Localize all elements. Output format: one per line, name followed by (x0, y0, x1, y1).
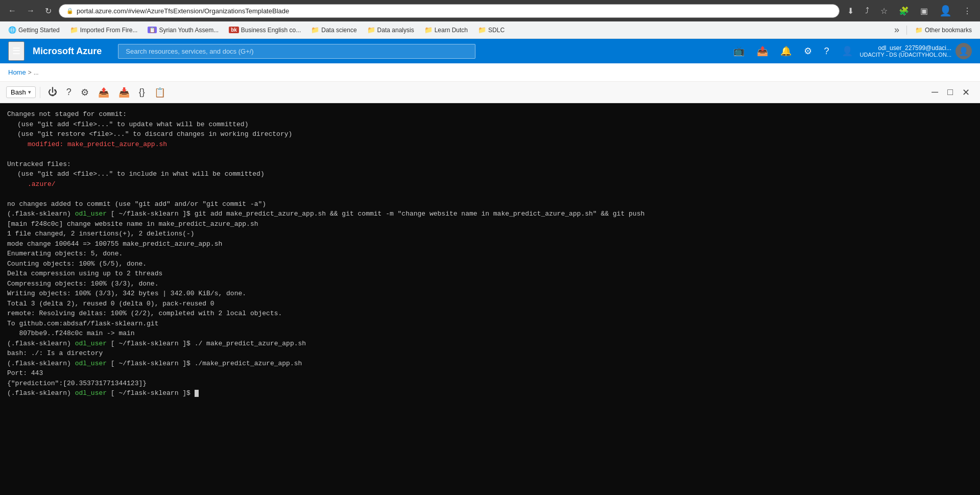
bookmark-getting-started-icon: 🌐 (8, 26, 16, 34)
breadcrumb-chevron: > (28, 69, 32, 76)
terminal-blank-2 (7, 189, 973, 199)
azure-header: ☰ Microsoft Azure 📺 📤 🔔 ⚙ ? 👤 odl_user_2… (0, 39, 980, 63)
bookmark-learn-dutch-icon: 📁 (424, 26, 433, 34)
terminal-cursor (195, 390, 199, 397)
terminal-line-27: (.flask-sklearn) odl_user [ ~/flask-skle… (7, 388, 973, 398)
window-button[interactable]: ▣ (917, 4, 931, 18)
terminal-line-5: Untracked files: (7, 159, 973, 170)
other-bookmarks-icon: 📁 (915, 27, 923, 34)
download-file-button[interactable]: 📥 (115, 85, 133, 100)
close-button[interactable]: ✕ (958, 85, 974, 100)
help-button[interactable]: ? (819, 43, 834, 60)
terminal-line-26: {"prediction":[20.353731771344123]} (7, 379, 973, 389)
azure-user-subscription: UDACITY - DS (UDACITYHOL.ON... (860, 52, 951, 58)
hamburger-menu-button[interactable]: ☰ (8, 41, 25, 61)
share-button[interactable]: ⤴ (862, 4, 873, 17)
terminal-toolbar: Bash ▾ ⏻ ? ⚙ 📤 📥 {} 📋 ─ □ ✕ (0, 82, 980, 103)
other-bookmarks-button[interactable]: 📁 Other bookmarks (911, 25, 976, 35)
bookmarks-more-button[interactable]: » (891, 23, 902, 36)
braces-button[interactable]: {} (135, 85, 149, 100)
settings-button[interactable]: ⚙ (799, 42, 817, 60)
shell-label: Bash (11, 88, 26, 96)
terminal-line-14: Counting objects: 100% (5/5), done. (7, 259, 973, 269)
breadcrumb-home-link[interactable]: Home (8, 68, 26, 76)
notifications-button[interactable]: 🔔 (775, 42, 797, 60)
terminal-line-1: Changes not staged for commit: (7, 109, 973, 120)
bookmark-sdlc[interactable]: 📁 SDLC (474, 25, 509, 35)
terminal-line-4: modified: make_predict_azure_app.sh (7, 139, 973, 150)
terminal-line-8: no changes added to commit (use "git add… (7, 199, 973, 209)
address-bar[interactable]: 🔒 portal.azure.com/#view/AzureTfsExtensi… (59, 4, 840, 18)
terminal-line-23: bash: ./: Is a directory (7, 348, 973, 359)
bookmark-imported-fire-label: Imported From Fire... (80, 27, 138, 34)
directory-button[interactable]: 👤 (836, 42, 858, 60)
terminal[interactable]: Changes not staged for commit: (use "git… (0, 103, 980, 495)
other-bookmarks-label: Other bookmarks (925, 27, 972, 34)
azure-search-input[interactable] (118, 44, 475, 59)
avatar[interactable]: 👤 (955, 43, 972, 59)
bookmark-syrian-youth-label: Syrian Youth Assem... (159, 27, 219, 34)
azure-search-container (118, 44, 475, 59)
bookmark-syrian-youth-icon: 📋 (148, 27, 157, 33)
extensions-button[interactable]: 🧩 (895, 4, 913, 18)
terminal-line-24: (.flask-sklearn) odl_user [ ~/flask-skle… (7, 359, 973, 369)
terminal-line-3: (use "git restore <file>..." to discard … (7, 129, 973, 139)
minimize-button[interactable]: ─ (927, 85, 942, 100)
shell-dropdown-arrow: ▾ (28, 89, 31, 96)
forward-button[interactable]: → (23, 4, 38, 17)
bookmark-data-science[interactable]: 📁 Data science (307, 25, 361, 35)
terminal-line-19: remote: Resolving deltas: 100% (2/2), co… (7, 309, 973, 319)
bookmark-business-english-label: Business English co... (241, 27, 301, 34)
bookmark-business-english[interactable]: bk Business English co... (225, 25, 305, 35)
feedback-button[interactable]: 📤 (752, 42, 773, 60)
bookmark-syrian-youth[interactable]: 📋 Syrian Youth Assem... (144, 25, 223, 35)
azure-user-name: odl_user_227599@udaci... UDACITY - DS (U… (860, 44, 951, 58)
shell-selector[interactable]: Bash ▾ (6, 86, 36, 98)
bookmark-business-english-icon: bk (229, 27, 239, 33)
terminal-line-13: Enumerating objects: 5, done. (7, 249, 973, 259)
azure-user-email: odl_user_227599@udaci... (860, 44, 951, 52)
cloud-shell-button[interactable]: 📺 (728, 42, 750, 60)
bookmark-data-analysis[interactable]: 📁 Data analysis (363, 25, 418, 35)
help-icon-button[interactable]: ? (63, 85, 75, 100)
back-button[interactable]: ← (5, 4, 19, 17)
url-text: portal.azure.com/#view/AzureTfsExtension… (77, 7, 832, 15)
azure-logo-text: Microsoft Azure (33, 46, 102, 57)
download-button[interactable]: ⬇ (844, 4, 857, 18)
terminal-window-controls: ─ □ ✕ (927, 85, 974, 100)
bookmark-getting-started-label: Getting Started (18, 27, 60, 34)
upload-button[interactable]: 📤 (94, 85, 113, 100)
menu-button[interactable]: ⋮ (960, 4, 975, 18)
terminal-line-12: mode change 100644 => 100755 make_predic… (7, 239, 973, 249)
breadcrumb-dots: ... (34, 69, 39, 76)
bookmark-imported-fire[interactable]: 📁 Imported From Fire... (66, 25, 142, 35)
bookmark-imported-fire-icon: 📁 (70, 26, 78, 34)
terminal-blank-1 (7, 149, 973, 159)
bookmark-button[interactable]: ☆ (877, 4, 891, 18)
power-button[interactable]: ⏻ (44, 85, 61, 100)
bookmark-data-science-icon: 📁 (311, 26, 319, 34)
bookmarks-separator (906, 26, 907, 35)
terminal-line-15: Delta compression using up to 2 threads (7, 269, 973, 279)
bookmark-data-analysis-label: Data analysis (377, 27, 414, 34)
terminal-line-10: [main f248c0c] change website name in ma… (7, 219, 973, 229)
bookmark-getting-started[interactable]: 🌐 Getting Started (4, 25, 64, 35)
bookmark-sdlc-label: SDLC (488, 27, 505, 34)
bookmark-data-science-label: Data science (321, 27, 356, 34)
terminal-line-18: Total 3 (delta 2), reused 0 (delta 0), p… (7, 299, 973, 309)
terminal-line-16: Compressing objects: 100% (3/3), done. (7, 279, 973, 289)
terminal-line-9: (.flask-sklearn) odl_user [ ~/flask-skle… (7, 209, 973, 219)
maximize-button[interactable]: □ (943, 85, 957, 100)
terminal-line-2: (use "git add <file>..." to update what … (7, 120, 973, 130)
bookmark-learn-dutch[interactable]: 📁 Learn Dutch (420, 25, 472, 35)
terminal-line-6: (use "git add <file>..." to include in w… (7, 169, 973, 179)
clipboard-button[interactable]: 📋 (151, 85, 169, 100)
bookmark-learn-dutch-label: Learn Dutch (435, 27, 468, 34)
bookmark-data-analysis-icon: 📁 (367, 26, 375, 34)
azure-header-icons: 📺 📤 🔔 ⚙ ? 👤 odl_user_227599@udaci... UDA… (728, 42, 972, 60)
refresh-button[interactable]: ↻ (42, 4, 55, 18)
avatar-button[interactable]: 👤 (936, 3, 955, 19)
browser-toolbar: ← → ↻ 🔒 portal.azure.com/#view/AzureTfsE… (0, 0, 980, 21)
settings-icon-button[interactable]: ⚙ (77, 85, 92, 100)
terminal-line-25: Port: 443 (7, 368, 973, 379)
